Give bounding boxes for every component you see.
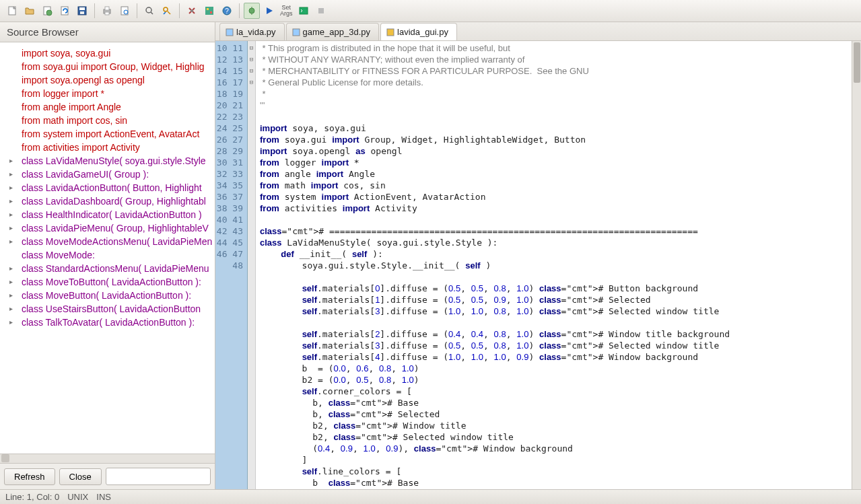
editor-tab[interactable]: game_app_3d.py	[286, 23, 379, 40]
main-toolbar: ? SetArgs	[0, 0, 861, 22]
svg-rect-28	[387, 29, 394, 36]
file-icon	[386, 28, 394, 36]
source-tree-item[interactable]: import soya.opengl as opengl	[0, 73, 215, 87]
expand-icon[interactable]: ▸	[9, 224, 13, 231]
expand-icon[interactable]: ▸	[9, 264, 13, 272]
terminal-button[interactable]	[296, 3, 312, 19]
run-button[interactable]	[261, 3, 277, 19]
help-button[interactable]: ?	[219, 3, 235, 19]
refresh-button[interactable]: Refresh	[4, 468, 55, 485]
expand-icon[interactable]: ▸	[9, 211, 13, 218]
svg-line-13	[151, 12, 153, 14]
editor-tabs: la_vida.pygame_app_3d.pylavida_gui.py	[215, 22, 861, 41]
code-editor[interactable]: * This program is distributed in the hop…	[256, 41, 852, 489]
source-tree[interactable]: import soya, soya.guifrom soya.gui impor…	[0, 42, 215, 454]
debug-button[interactable]	[244, 3, 260, 19]
reload-button[interactable]	[57, 3, 73, 19]
expand-icon[interactable]: ▸	[9, 170, 13, 178]
editor-vscroll[interactable]	[852, 41, 861, 489]
expand-icon[interactable]: ▸	[9, 197, 13, 205]
file-icon	[226, 28, 234, 36]
editor-panel: la_vida.pygame_app_3d.pylavida_gui.py 10…	[215, 22, 861, 489]
source-tree-item[interactable]: from activities import Activity	[0, 141, 215, 154]
status-mode: INS	[96, 492, 111, 502]
svg-point-12	[146, 7, 151, 13]
preferences-button[interactable]	[184, 3, 200, 19]
source-tree-item[interactable]: ▸class HealthIndicator( LavidaActionButt…	[0, 208, 215, 221]
svg-rect-16	[205, 7, 213, 15]
stop-button[interactable]	[313, 3, 329, 19]
source-tree-item[interactable]: class MoveMode:	[0, 248, 215, 262]
svg-rect-26	[226, 29, 233, 36]
svg-rect-5	[79, 7, 85, 10]
status-bar: Line: 1, Col: 0 UNIX INS	[0, 489, 861, 504]
expand-icon[interactable]: ▸	[9, 305, 13, 312]
expand-icon[interactable]: ▸	[9, 291, 13, 299]
svg-rect-27	[293, 29, 300, 36]
svg-text:?: ?	[225, 7, 229, 15]
find-button[interactable]	[141, 3, 158, 19]
source-tree-item[interactable]: from logger import *	[0, 87, 215, 100]
editor-tab[interactable]: la_vida.py	[219, 23, 285, 40]
source-tree-item[interactable]: ▸class LavidaDashboard( Group, Highlight…	[0, 194, 215, 208]
find-replace-button[interactable]	[159, 3, 175, 19]
print-button[interactable]	[99, 3, 115, 19]
svg-point-15	[191, 9, 193, 12]
line-gutter: 10 11 12 13 14 15 16 17 18 19 20 21 22 2…	[215, 41, 248, 489]
open-file-button[interactable]	[22, 3, 38, 19]
source-tree-item[interactable]: ▸class StandardActionsMenu( LavidaPieMen…	[0, 262, 215, 275]
svg-rect-9	[105, 12, 109, 15]
new-file-button[interactable]	[4, 3, 20, 19]
file-icon	[292, 28, 300, 36]
expand-icon[interactable]: ▸	[9, 238, 13, 245]
print-preview-button[interactable]	[116, 3, 133, 19]
source-tree-item[interactable]: ▸class MoveModeActionsMenu( LavidaPieMen	[0, 235, 215, 248]
expand-icon[interactable]: ▸	[9, 184, 13, 191]
source-tree-item[interactable]: import soya, soya.gui	[0, 46, 215, 60]
svg-rect-24	[300, 7, 308, 14]
close-button[interactable]: Close	[59, 468, 102, 485]
source-tree-item[interactable]: ▸class LavidaPieMenu( Group, Highlightab…	[0, 221, 215, 235]
status-position: Line: 1, Col: 0	[5, 492, 59, 502]
source-tree-item[interactable]: ▸class TalkToAvatar( LavidaActionButton …	[0, 316, 215, 329]
svg-point-2	[46, 10, 52, 15]
svg-point-21	[249, 8, 254, 13]
sidebar-hscroll[interactable]	[0, 454, 215, 463]
svg-rect-6	[80, 11, 84, 14]
status-encoding: UNIX	[67, 492, 88, 502]
source-tree-item[interactable]: ▸class MoveToButton( LavidaActionButton …	[0, 275, 215, 289]
source-tree-item[interactable]: from system import ActionEvent, AvatarAc…	[0, 127, 215, 141]
expand-icon[interactable]: ▸	[9, 318, 13, 326]
source-tree-item[interactable]: ▸class LavidaGameUI( Group ):	[0, 168, 215, 181]
source-tree-item[interactable]: from angle import Angle	[0, 100, 215, 114]
expand-icon[interactable]: ▸	[9, 278, 13, 285]
svg-point-14	[164, 7, 168, 11]
recent-button[interactable]	[39, 3, 55, 19]
source-tree-item[interactable]: from math import cos, sin	[0, 114, 215, 127]
source-tree-item[interactable]: from soya.gui import Group, Widget, High…	[0, 60, 215, 73]
svg-rect-25	[318, 8, 324, 13]
source-tree-item[interactable]: ▸class LaVidaMenuStyle( soya.gui.style.S…	[0, 154, 215, 168]
set-args-button[interactable]: SetArgs	[279, 3, 294, 19]
sidebar-title: Source Browser	[0, 22, 215, 42]
source-browser-panel: Source Browser import soya, soya.guifrom…	[0, 22, 215, 489]
color-theme-button[interactable]	[201, 3, 217, 19]
save-button[interactable]	[74, 3, 90, 19]
editor-tab[interactable]: lavida_gui.py	[380, 23, 457, 40]
source-tree-item[interactable]: ▸class LavidaActionButton( Button, Highl…	[0, 181, 215, 194]
source-tree-item[interactable]: ▸class MoveButton( LavidaActionButton ):	[0, 289, 215, 302]
source-tree-item[interactable]: ▸class UseStairsButton( LavidaActionButt…	[0, 302, 215, 316]
svg-rect-17	[207, 8, 209, 10]
expand-icon[interactable]: ▸	[9, 157, 13, 164]
svg-rect-8	[105, 7, 109, 10]
filter-input[interactable]	[106, 468, 211, 485]
fold-gutter[interactable]: ⊟ ⊟ ⊟ ⊟	[248, 41, 256, 489]
svg-rect-18	[210, 11, 212, 13]
